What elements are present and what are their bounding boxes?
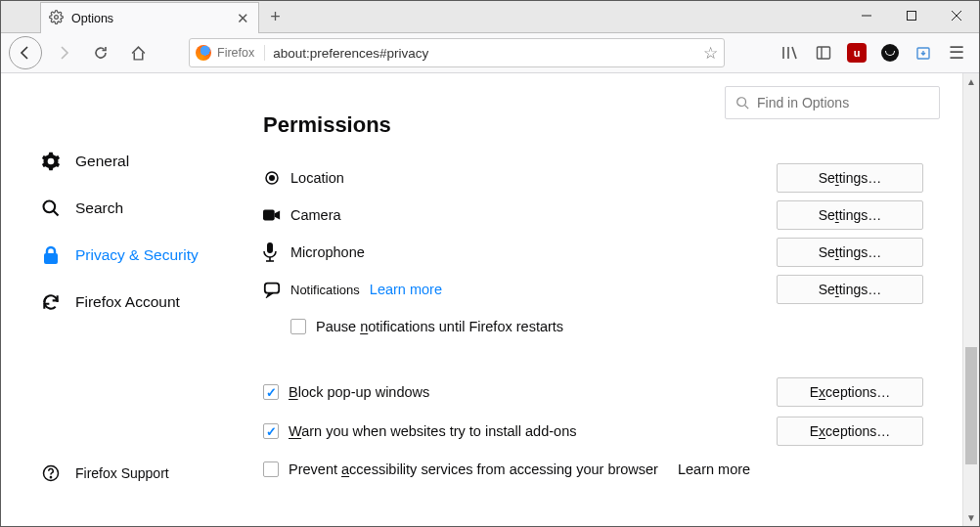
block-popups-row: Block pop-up windows Exceptions… — [263, 373, 923, 412]
svg-point-17 — [50, 477, 51, 478]
window-controls — [844, 1, 979, 30]
permission-label: Notifications — [290, 283, 360, 297]
scrollbar-thumb[interactable] — [965, 347, 977, 464]
block-popups-label: Block pop-up windows — [289, 384, 429, 400]
preferences-main: Permissions Location Settings… Camera Se… — [229, 73, 962, 526]
search-icon — [40, 198, 62, 218]
notifications-settings-button[interactable]: Settings… — [777, 275, 923, 304]
prevent-a11y-checkbox[interactable] — [263, 461, 279, 477]
popups-exceptions-button[interactable]: Exceptions… — [777, 377, 923, 407]
sidebar-label: Firefox Account — [75, 293, 180, 311]
sidebar-label: Privacy & Security — [75, 246, 199, 264]
home-button[interactable] — [122, 37, 154, 68]
sidebar-label: General — [75, 153, 129, 170]
bookmark-star-icon[interactable]: ☆ — [703, 43, 718, 64]
preferences-sidebar: General Search Privacy & Security — [1, 73, 229, 526]
svg-line-14 — [54, 211, 59, 216]
camera-settings-button[interactable]: Settings… — [777, 200, 923, 230]
maximize-button[interactable] — [889, 1, 934, 30]
content-area: Find in Options General Search — [1, 73, 979, 526]
tab-strip: Options ✕ + — [1, 1, 979, 33]
extension-icon[interactable] — [875, 44, 905, 62]
browser-window: Options ✕ + Firefox about:preferen — [0, 0, 980, 527]
lock-icon — [40, 245, 62, 265]
library-icon[interactable] — [776, 38, 805, 67]
svg-rect-2 — [908, 12, 916, 21]
svg-line-12 — [745, 106, 749, 110]
warn-addons-checkbox[interactable] — [263, 423, 279, 439]
svg-rect-8 — [818, 47, 830, 59]
a11y-learn-more-link[interactable]: Learn more — [678, 461, 750, 477]
addons-exceptions-button[interactable]: Exceptions… — [777, 417, 923, 446]
back-button[interactable] — [9, 36, 42, 69]
nav-toolbar: Firefox about:preferences#privacy ☆ u ☰ — [1, 33, 979, 73]
close-tab-button[interactable]: ✕ — [235, 11, 250, 26]
block-popups-checkbox[interactable] — [263, 384, 279, 400]
microphone-icon — [263, 242, 290, 262]
sidebar-item-general[interactable]: General — [1, 138, 229, 185]
url-text: about:preferences#privacy — [273, 46, 695, 61]
svg-line-7 — [792, 47, 796, 59]
pause-notifications-label: Pause notifications until Firefox restar… — [316, 319, 563, 334]
sidebar-toggle-icon[interactable] — [809, 38, 838, 67]
vertical-scrollbar[interactable]: ▲ ▼ — [962, 73, 979, 526]
sidebar-label: Firefox Support — [75, 465, 169, 481]
notifications-learn-more-link[interactable]: Learn more — [370, 282, 442, 297]
gear-icon — [49, 10, 64, 27]
microphone-settings-button[interactable]: Settings… — [777, 238, 923, 267]
svg-point-13 — [44, 201, 56, 213]
ublock-icon[interactable]: u — [842, 43, 871, 63]
help-icon — [40, 464, 62, 482]
sidebar-item-support[interactable]: Firefox Support — [1, 450, 229, 497]
notifications-icon — [263, 281, 290, 298]
close-window-button[interactable] — [934, 1, 979, 30]
downloads-icon[interactable] — [909, 38, 938, 67]
reload-button[interactable] — [85, 37, 116, 68]
prevent-a11y-row: Prevent accessibility services from acce… — [263, 451, 923, 488]
sidebar-item-privacy[interactable]: Privacy & Security — [1, 232, 229, 279]
warn-addons-label: Warn you when websites try to install ad… — [289, 423, 576, 439]
location-icon — [263, 169, 290, 187]
permission-location-row: Location Settings… — [263, 159, 923, 197]
location-settings-button[interactable]: Settings… — [777, 163, 923, 193]
pause-notifications-checkbox[interactable] — [290, 319, 306, 334]
svg-rect-21 — [267, 242, 273, 253]
camera-icon — [263, 208, 290, 222]
forward-button[interactable] — [48, 37, 79, 68]
url-bar[interactable]: Firefox about:preferences#privacy ☆ — [189, 38, 725, 67]
sidebar-item-search[interactable]: Search — [1, 185, 229, 232]
prevent-a11y-label: Prevent accessibility services from acce… — [289, 461, 658, 477]
identity-label: Firefox — [217, 46, 254, 60]
pause-notifications-row: Pause notifications until Firefox restar… — [263, 308, 923, 345]
svg-point-11 — [737, 98, 746, 107]
app-menu-button[interactable]: ☰ — [942, 38, 971, 67]
identity-box[interactable]: Firefox — [196, 45, 265, 61]
permission-label: Location — [290, 170, 777, 186]
svg-rect-15 — [44, 253, 58, 264]
firefox-logo-icon — [196, 45, 211, 61]
tab-options[interactable]: Options ✕ — [40, 2, 259, 33]
svg-point-0 — [55, 15, 59, 19]
sidebar-label: Search — [75, 199, 123, 217]
gear-icon — [40, 152, 62, 171]
scroll-down-arrow[interactable]: ▼ — [963, 509, 979, 526]
sidebar-item-account[interactable]: Firefox Account — [1, 279, 229, 326]
find-in-options[interactable]: Find in Options — [725, 86, 940, 119]
svg-rect-20 — [263, 210, 275, 221]
permission-notifications-row: Notifications Learn more Settings… — [263, 271, 923, 308]
svg-rect-24 — [265, 284, 279, 293]
permission-label: Camera — [290, 207, 777, 223]
search-placeholder: Find in Options — [757, 95, 849, 110]
new-tab-button[interactable]: + — [259, 1, 291, 32]
scroll-up-arrow[interactable]: ▲ — [963, 73, 979, 90]
warn-addons-row: Warn you when websites try to install ad… — [263, 412, 923, 451]
tab-title: Options — [71, 12, 227, 25]
permission-camera-row: Camera Settings… — [263, 197, 923, 234]
minimize-button[interactable] — [844, 1, 889, 30]
permission-label: Microphone — [290, 244, 777, 260]
svg-point-19 — [270, 176, 275, 181]
search-icon — [735, 96, 749, 110]
sync-icon — [40, 292, 62, 312]
permission-microphone-row: Microphone Settings… — [263, 234, 923, 271]
